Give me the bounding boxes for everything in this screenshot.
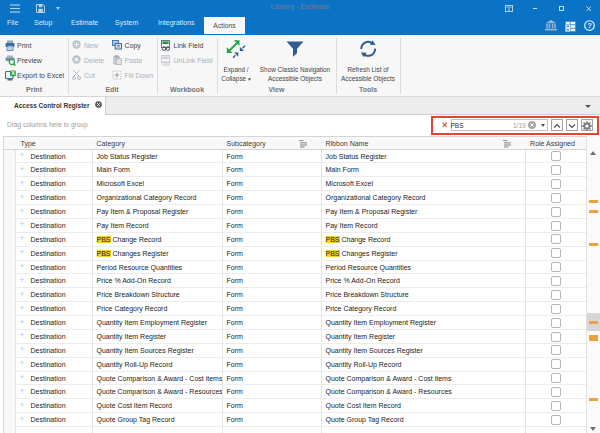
svg-text:?: ? bbox=[587, 21, 592, 30]
svg-text:X: X bbox=[11, 70, 15, 76]
